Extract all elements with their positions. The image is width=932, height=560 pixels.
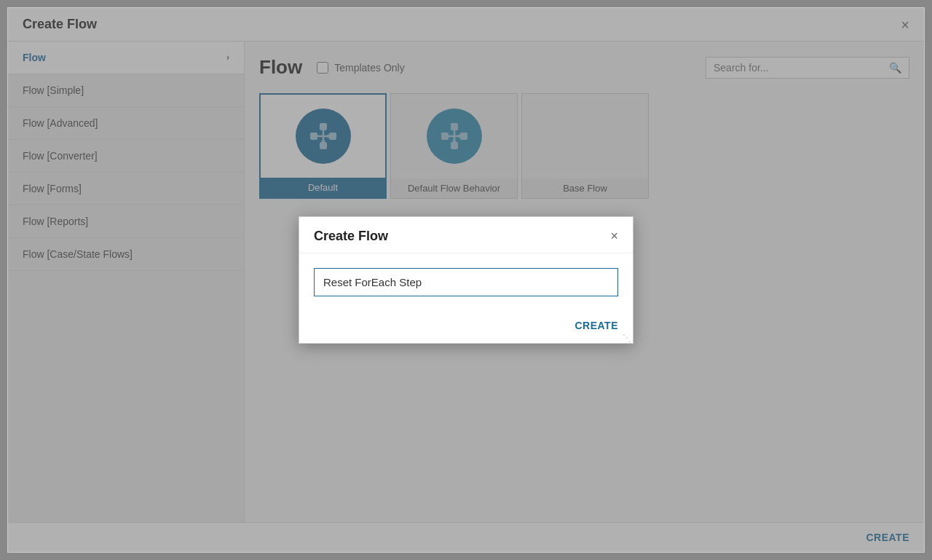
inner-dialog-overlay: Create Flow × CREATE ⋱ [8, 8, 924, 552]
main-dialog: Create Flow × Flow › Flow [Simple] Flow … [7, 7, 925, 553]
inner-dialog-header: Create Flow × [299, 217, 633, 253]
inner-dialog-title: Create Flow [314, 229, 388, 244]
inner-dialog-close-button[interactable]: × [610, 229, 618, 244]
resize-handle[interactable]: ⋱ [623, 333, 631, 342]
inner-create-button[interactable]: CREATE [574, 320, 618, 331]
inner-dialog-footer: CREATE [299, 311, 633, 343]
inner-dialog: Create Flow × CREATE ⋱ [299, 216, 633, 344]
inner-dialog-body [299, 253, 633, 311]
flow-name-input[interactable] [314, 268, 618, 296]
